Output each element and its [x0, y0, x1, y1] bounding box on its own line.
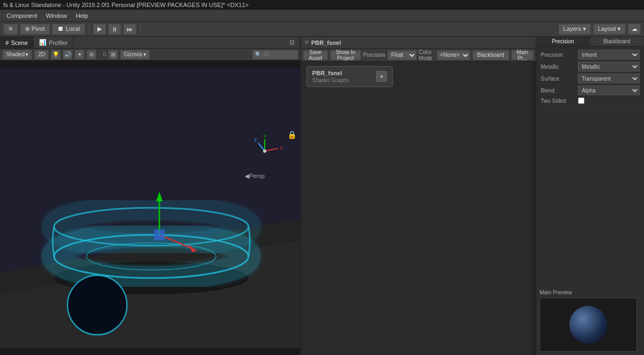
search-container: 🔍 — [252, 50, 298, 60]
shader-panel: ✕ PBR_fsnel Save Asset Show In Project P… — [301, 37, 536, 355]
counter: 0 — [103, 51, 106, 57]
shader-header: ✕ PBR_fsnel — [301, 37, 536, 49]
pbr-fsnel-add-button[interactable]: + — [376, 71, 387, 82]
rs-precision-row: Precision InheritFloatHalf — [541, 50, 640, 60]
play-button[interactable]: ▶ — [93, 24, 106, 35]
rs-precision-select[interactable]: InheritFloatHalf — [578, 50, 640, 60]
svg-point-24 — [263, 149, 266, 153]
main-preview-panel: Main Preview — [536, 286, 644, 355]
toolbar-sep-1 — [89, 24, 89, 34]
pivot-button[interactable]: ⊕ Pivot — [20, 24, 50, 35]
rs-twosided-row: Two Sided — [541, 97, 640, 104]
gizmos-button[interactable]: Gizmos ▾ — [120, 50, 150, 60]
rs-surface-row: Surface TransparentOpaque — [541, 74, 640, 83]
title-text: fs & Linux Standalone - Unity 2019.2.0f1… — [3, 2, 248, 8]
rs-blend-label: Blend — [541, 88, 576, 94]
layout-button[interactable]: Layout ▾ — [593, 24, 626, 35]
svg-text:Y: Y — [263, 134, 266, 139]
shader-tab-title[interactable]: PBR_fsnel — [311, 40, 341, 46]
main-preview-title: Main Preview — [540, 290, 641, 295]
2d-toggle[interactable]: 2D — [34, 50, 49, 60]
step-button[interactable]: ⏭ — [123, 24, 136, 35]
profiler-tab-label: Profiler — [49, 40, 68, 46]
rs-precision-label: Precision — [541, 52, 576, 58]
rs-metallic-label: Metallic — [541, 64, 576, 70]
scene-tabs: # Scene 📊 Profiler ⊡ — [0, 37, 300, 49]
menu-help[interactable]: Help — [71, 11, 93, 20]
shader-toolbar: Save Asset Show In Project Precision Flo… — [301, 49, 536, 62]
svg-text:◀Persp: ◀Persp — [245, 173, 265, 179]
shading-chevron: ▾ — [25, 51, 28, 57]
main-layout: # Scene 📊 Profiler ⊡ Shaded ▾ 2D 💡 🔊 ✦ ⊘… — [0, 37, 644, 355]
scene-tab-label: Scene — [11, 40, 28, 46]
scene-panel: # Scene 📊 Profiler ⊡ Shaded ▾ 2D 💡 🔊 ✦ ⊘… — [0, 37, 301, 355]
rs-blend-select[interactable]: AlphaAdditiveMultiply — [578, 86, 640, 95]
main-preview-button[interactable]: Main Pr... — [511, 50, 534, 60]
shading-mode-label: Shaded — [6, 51, 24, 57]
tab-profiler[interactable]: 📊 Profiler — [34, 37, 74, 48]
main-preview-canvas — [540, 298, 637, 352]
menu-window[interactable]: Window — [42, 11, 71, 20]
layers-button[interactable]: Layers ▾ — [558, 24, 591, 35]
precision-label: Precision — [363, 52, 385, 58]
scene-tab-icon: # — [5, 40, 9, 46]
hidden-icon[interactable]: ⊘ — [87, 50, 96, 60]
collab-button[interactable]: ☁ — [628, 24, 641, 35]
show-in-project-button[interactable]: Show In Project — [330, 50, 361, 60]
pbr-fsnel-header-node: PBR_fsnel Shader Graphs + — [306, 66, 393, 87]
precision-select[interactable]: FloatHalfInherit — [387, 50, 417, 60]
shader-close[interactable]: ✕ — [304, 39, 309, 46]
grid-icon[interactable]: ⊞ — [108, 50, 118, 60]
title-bar: fs & Linux Standalone - Unity 2019.2.0f1… — [0, 0, 644, 10]
audio-icon[interactable]: 🔊 — [63, 50, 73, 60]
svg-text:Z: Z — [254, 137, 257, 143]
effects-icon[interactable]: ✦ — [75, 50, 84, 60]
rs-twosided-checkbox[interactable] — [578, 97, 584, 104]
color-mode-select[interactable]: <None> — [437, 50, 470, 60]
gizmos-label: Gizmos — [124, 51, 142, 57]
gizmos-chevron: ▾ — [143, 51, 146, 57]
rs-surface-select[interactable]: TransparentOpaque — [578, 74, 640, 83]
close-button[interactable]: ✕ — [3, 24, 18, 35]
blackboard-button[interactable]: Blackboard — [472, 50, 509, 60]
scene-view: X Y Z ◀Persp 🔒 — [0, 61, 300, 355]
toolbar: ✕ ⊕ Pivot 🔲 Local ▶ ⏸ ⏭ Layers ▾ Layout … — [0, 22, 644, 37]
svg-rect-17 — [154, 229, 165, 240]
tab-scene[interactable]: # Scene — [0, 37, 34, 48]
rs-blend-row: Blend AlphaAdditiveMultiply — [541, 86, 640, 95]
right-sidebar: Precision Blackboard Precision InheritFl… — [536, 37, 644, 355]
wire-svg — [301, 62, 536, 355]
rs-tab-precision[interactable]: Precision — [536, 37, 590, 46]
rs-surface-label: Surface — [541, 76, 576, 82]
profiler-tab-icon: 📊 — [39, 39, 47, 46]
local-button[interactable]: 🔲 Local — [52, 24, 85, 35]
rs-metallic-row: Metallic MetallicSpecular — [541, 62, 640, 71]
rs-tab-blackboard[interactable]: Blackboard — [590, 37, 645, 46]
scene-svg: X Y Z ◀Persp 🔒 — [0, 61, 300, 355]
svg-text:🔒: 🔒 — [287, 130, 297, 140]
svg-text:X: X — [280, 145, 283, 150]
rs-precision-panel: Precision InheritFloatHalf Metallic Meta… — [536, 47, 644, 108]
search-input[interactable] — [263, 51, 295, 57]
shading-mode-button[interactable]: Shaded ▾ — [2, 50, 32, 60]
scene-toolbar: Shaded ▾ 2D 💡 🔊 ✦ ⊘ 0 ⊞ Gizmos ▾ 🔍 — [0, 49, 300, 61]
scroll-indicator[interactable] — [531, 62, 536, 355]
rs-tabs: Precision Blackboard — [536, 37, 644, 47]
search-icon: 🔍 — [255, 51, 261, 57]
menu-bar: Component Window Help — [0, 10, 644, 22]
light-icon[interactable]: 💡 — [51, 50, 61, 60]
color-mode-label: Color Mode — [419, 49, 435, 61]
rs-twosided-label: Two Sided — [541, 98, 576, 104]
preview-sphere — [569, 306, 607, 344]
toolbar-sep-2 — [140, 24, 141, 34]
menu-component[interactable]: Component — [2, 11, 42, 20]
pause-button[interactable]: ⏸ — [108, 24, 121, 35]
scene-panel-maximize[interactable]: ⊡ — [284, 37, 300, 48]
save-asset-button[interactable]: Save Asset — [303, 50, 328, 60]
svg-point-12 — [69, 277, 126, 334]
shader-content: PBR_fsnel Shader Graphs + Fresnel Effect — [301, 62, 536, 355]
rs-metallic-select[interactable]: MetallicSpecular — [578, 62, 640, 71]
